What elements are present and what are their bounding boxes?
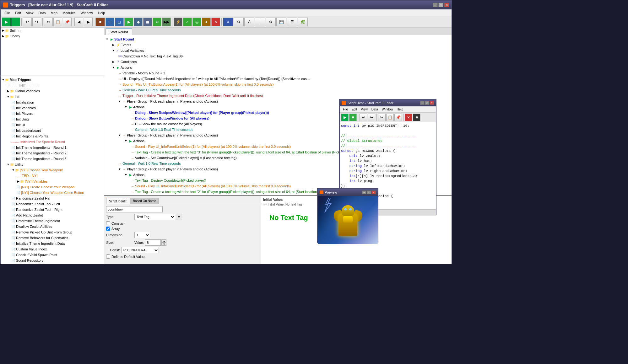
tree-init-players[interactable]: 📄 Init Players — [1, 111, 104, 116]
toolbar-nav-back[interactable]: ◀ — [74, 18, 83, 26]
toolbar-b20[interactable]: ☰ — [287, 18, 297, 26]
type-more-button[interactable]: ▼ — [176, 214, 182, 220]
size-up-button[interactable]: ▲ — [161, 239, 166, 243]
tab-start-round[interactable]: Start Round — [106, 29, 132, 35]
tree-init-regions[interactable]: 📄 Init Regions & Points — [1, 133, 104, 139]
trig-toggle-conditions[interactable]: ▶ — [111, 60, 116, 63]
tree-rand-left[interactable]: 📄 Randomize Zealot Tool - Left — [1, 201, 104, 207]
toolbar-nav-fwd[interactable]: ▶ — [84, 18, 93, 26]
toolbar-cut[interactable]: ✂ — [44, 18, 53, 26]
tree-sound-repo[interactable]: 📄 Sound Repository — [1, 258, 104, 263]
maximize-button[interactable]: □ — [438, 3, 443, 7]
trig-sound1[interactable]: → Sound - Play UI_TipButtonAppear(1) for… — [104, 82, 452, 87]
tree-check-valid[interactable]: 📄 Check if Valid Spawn Point — [1, 252, 104, 258]
trig-events[interactable]: ▶ ⚡ Events — [104, 42, 452, 48]
tree-init-theme-data[interactable]: 📄 Initialize Theme Ingredient Data — [1, 241, 104, 246]
identifier-input[interactable] — [106, 206, 163, 212]
toolbar-b10[interactable]: ✓ — [183, 18, 192, 26]
toolbar-b4[interactable]: ▶ — [124, 18, 133, 26]
tree-init-theme-3[interactable]: 📄 Init Theme Ingredients - Round 3 — [1, 156, 104, 162]
script-menu-file[interactable]: File — [341, 107, 350, 111]
menu-file[interactable]: File — [2, 10, 13, 15]
tree-init[interactable]: ▼ 📁 Init — [1, 94, 104, 99]
trig-toggle-act-sub1[interactable]: ▼ — [124, 105, 128, 109]
tree-nyi-weapon[interactable]: ▼ 📁 [NYI] Choose Your Weapon! — [1, 167, 104, 173]
preview-restore-btn[interactable]: □ — [367, 190, 371, 194]
tree-disallow[interactable]: 📄 Disallow Zealot Abilities — [1, 224, 104, 229]
tab-script-identifier[interactable]: Script Identif. — [106, 198, 130, 204]
tree-init-variables[interactable]: 📄 Init Variables — [1, 105, 104, 111]
tree-rand-right[interactable]: 📄 Randomize Zealot Tool - Right — [1, 207, 104, 212]
tree-init-ui[interactable]: 📄 Init UI — [1, 122, 104, 128]
tree-custom-value[interactable]: 📄 Custom Value Index — [1, 246, 104, 252]
trig-toggle-local-vars[interactable]: ▼ — [111, 49, 116, 52]
script-close-x[interactable]: ✕ — [405, 114, 412, 121]
script-cut[interactable]: ✂ — [378, 114, 386, 121]
toolbar-copy[interactable]: 📋 — [53, 18, 62, 26]
constant-checkbox[interactable] — [106, 221, 110, 225]
toolbar-b16[interactable]: A — [244, 18, 254, 26]
trig-toggle-pg3[interactable]: ▼ — [117, 168, 122, 171]
toolbar-b12[interactable]: ● — [202, 18, 211, 26]
type-select[interactable]: Text Tag — [134, 214, 175, 220]
size-input[interactable] — [145, 239, 161, 246]
toolbar-b18[interactable]: ⚙ — [266, 18, 276, 26]
toolbar-b1[interactable]: ■ — [95, 18, 105, 26]
tree-map-triggers[interactable]: ▼ 📁 Map Triggers — [1, 77, 104, 83]
script-menu-data[interactable]: Data — [370, 107, 380, 111]
trig-var-modify[interactable]: → Variable - Modify Round + 1 — [104, 70, 452, 76]
toolbar-b15[interactable]: ⚙ — [234, 18, 244, 26]
tree-initialization[interactable]: 📄 Initialization — [1, 99, 104, 105]
toolbar-b13[interactable]: ✕ — [211, 18, 220, 26]
tree-determine-theme[interactable]: 📄 Determine Theme Ingredient — [1, 218, 104, 224]
script-menu-view[interactable]: View — [359, 107, 370, 111]
toolbar-b2[interactable]: □ — [106, 18, 114, 26]
script-menu-edit[interactable]: Edit — [350, 107, 359, 111]
defines-default-checkbox[interactable] — [106, 254, 110, 259]
script-minimize-btn[interactable]: ─ — [420, 101, 425, 105]
trig-conditions[interactable]: ▶ ? Conditions — [104, 59, 452, 65]
toolbar-btn2[interactable] — [11, 18, 20, 26]
tree-init-leaderboard[interactable]: 📄 Init Leaderboard — [1, 128, 104, 133]
toolbar-paste[interactable]: 📌 — [63, 18, 72, 26]
toolbar-b6[interactable]: ◼ — [143, 18, 152, 26]
tab-based-on-name[interactable]: Based On Name — [130, 198, 159, 204]
toolbar-undo[interactable]: ↩ — [23, 18, 32, 26]
close-button[interactable]: ✕ — [444, 3, 449, 7]
toolbar-b21[interactable]: 🌿 — [298, 18, 308, 26]
toggle-utility[interactable]: ▼ — [6, 163, 10, 166]
script-tb2[interactable]: ■ — [349, 114, 357, 121]
toolbar-b19[interactable]: 💾 — [276, 18, 286, 26]
toggle-init[interactable]: ▼ — [6, 95, 10, 98]
preview-close-btn[interactable]: ✕ — [371, 190, 376, 194]
menu-window[interactable]: Window — [78, 10, 95, 15]
tree-debug[interactable]: ▶ 📁 Debug — [1, 263, 104, 264]
const-select[interactable]: P00_NEUTRAL — [121, 247, 159, 253]
toolbar-b8[interactable]: ▶▶ — [162, 18, 171, 26]
toggle-nyi-vars[interactable]: ▶ — [16, 180, 20, 183]
trig-toggle-actions[interactable]: ▼ — [111, 66, 116, 69]
tree-global-vars[interactable]: ▶ 📁 Global Variables — [1, 88, 104, 94]
toolbar-b14[interactable]: ⚔ — [223, 18, 233, 26]
tree-remove-picked[interactable]: 📄 Remove Picked Up Unit From Group — [1, 229, 104, 235]
trig-ui-display[interactable]: → UI - Display (("Round %Number% Ingredi… — [104, 76, 452, 82]
script-tb1[interactable]: ▶ — [341, 114, 349, 121]
tree-init-units[interactable]: 📄 Init Units — [1, 116, 104, 122]
script-restore-btn[interactable]: □ — [425, 101, 429, 105]
menu-view[interactable]: View — [24, 10, 36, 15]
menu-data[interactable]: Data — [36, 10, 48, 15]
trig-toggle-root[interactable]: ▼ — [105, 38, 109, 41]
tree-nyi-variables[interactable]: ▶ 📁 [NYI] Variables — [1, 179, 104, 184]
size-down-button[interactable]: ▼ — [161, 243, 166, 246]
array-checkbox[interactable] — [106, 227, 110, 231]
toolbar-b9[interactable]: ⚡ — [174, 18, 182, 26]
toolbar-b11[interactable]: ◎ — [192, 18, 201, 26]
trig-run-init[interactable]: → Trigger - Run Initialize Theme Ingredi… — [104, 93, 452, 99]
tree-nyi-close[interactable]: 📄 [NYI] Choose Your Weapon Close Button — [1, 190, 104, 195]
toggle-nyi[interactable]: ▼ — [11, 169, 15, 172]
minimize-button[interactable]: ─ — [433, 3, 438, 7]
trig-toggle-events[interactable]: ▶ — [111, 43, 116, 46]
dimension-select[interactable]: 1 — [134, 232, 150, 238]
menu-map[interactable]: Map — [48, 10, 60, 15]
tree-item-liberty[interactable]: ▶ 📁 Liberty — [1, 33, 104, 39]
